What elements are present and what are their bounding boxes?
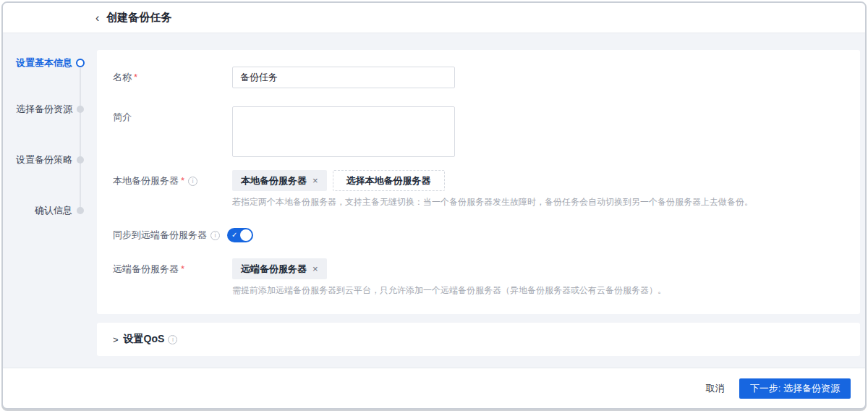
step-confirm-info[interactable]: 确认信息: [10, 204, 72, 217]
page-header: ‹ 创建备份任务: [3, 3, 865, 33]
step-confirm-info-dot: [77, 207, 84, 214]
expand-chevron-icon[interactable]: >: [113, 334, 119, 345]
description-textarea[interactable]: [232, 106, 455, 157]
remote-server-row: 远端备份服务器* 远端备份服务器 × 需提前添加远端备份服务器到云平台，只允许添…: [113, 258, 860, 297]
sync-remote-row: 同步到远端备份服务器 i ✓: [113, 228, 860, 242]
back-icon[interactable]: ‹: [95, 12, 99, 24]
step-backup-policy[interactable]: 设置备份策略: [10, 153, 72, 166]
basic-info-form-card: 名称* 简介 本地备份服务器*i 本地备份服务器 × 选择本地: [97, 50, 860, 314]
info-icon[interactable]: i: [210, 231, 220, 240]
page-title: 创建备份任务: [106, 11, 171, 25]
create-backup-task-page: ‹ 创建备份任务 设置基本信息 选择备份资源 设置备份策略 确认信息 名称* 简…: [1, 1, 867, 410]
local-server-tag: 本地备份服务器 ×: [232, 170, 327, 191]
sync-remote-label: 同步到远端备份服务器: [113, 229, 207, 242]
qos-section-title: 设置QoS: [124, 333, 165, 346]
local-server-controls: 本地备份服务器 × 选择本地备份服务器 若指定两个本地备份服务器，支持主备无缝切…: [232, 170, 753, 208]
remove-tag-icon[interactable]: ×: [312, 175, 318, 186]
cancel-button[interactable]: 取消: [706, 382, 725, 395]
local-server-help-text: 若指定两个本地备份服务器，支持主备无缝切换：当一个备份服务器发生故障时，备份任务…: [232, 196, 753, 208]
name-row: 名称*: [113, 67, 860, 88]
footer-action-bar: 取消 下一步: 选择备份资源: [3, 368, 865, 408]
remote-server-label-text: 远端备份服务器: [113, 263, 179, 274]
remote-server-help-text: 需提前添加远端备份服务器到云平台，只允许添加一个远端备份服务器（异地备份服务器或…: [232, 284, 666, 297]
step-connector-line: [80, 68, 81, 211]
remote-server-tag-label: 远端备份服务器: [241, 263, 307, 276]
next-step-button[interactable]: 下一步: 选择备份资源: [739, 378, 851, 399]
description-label: 简介: [113, 106, 232, 128]
info-icon[interactable]: i: [188, 177, 197, 186]
description-label-text: 简介: [113, 111, 132, 122]
local-server-tag-label: 本地备份服务器: [241, 174, 307, 187]
local-server-label: 本地备份服务器*i: [113, 170, 232, 191]
description-row: 简介: [113, 106, 860, 157]
toggle-knob: [240, 229, 252, 241]
name-label-text: 名称: [113, 72, 132, 82]
step-backup-policy-dot: [77, 156, 84, 164]
required-asterisk: *: [181, 263, 184, 274]
sync-remote-toggle[interactable]: ✓: [227, 228, 253, 242]
remote-server-controls: 远端备份服务器 × 需提前添加远端备份服务器到云平台，只允许添加一个远端备份服务…: [232, 258, 666, 297]
required-asterisk: *: [181, 175, 184, 186]
select-local-server-button[interactable]: 选择本地备份服务器: [333, 170, 445, 191]
remote-server-tag: 远端备份服务器 ×: [232, 258, 327, 279]
toggle-check-icon: ✓: [231, 230, 237, 240]
step-select-resources-dot: [77, 106, 84, 113]
required-asterisk: *: [134, 72, 137, 82]
step-basic-info[interactable]: 设置基本信息: [10, 56, 72, 69]
name-label: 名称*: [113, 67, 232, 88]
remote-server-label: 远端备份服务器*: [113, 258, 232, 279]
name-input[interactable]: [232, 67, 455, 88]
local-server-row: 本地备份服务器*i 本地备份服务器 × 选择本地备份服务器 若指定两个本地备份服…: [113, 170, 860, 208]
step-select-resources[interactable]: 选择备份资源: [10, 103, 72, 116]
step-basic-info-dot: [76, 59, 85, 67]
qos-section-card[interactable]: > 设置QoS i: [97, 323, 860, 356]
local-server-label-text: 本地备份服务器: [113, 175, 179, 186]
remove-tag-icon[interactable]: ×: [312, 263, 318, 274]
info-icon[interactable]: i: [168, 335, 177, 344]
